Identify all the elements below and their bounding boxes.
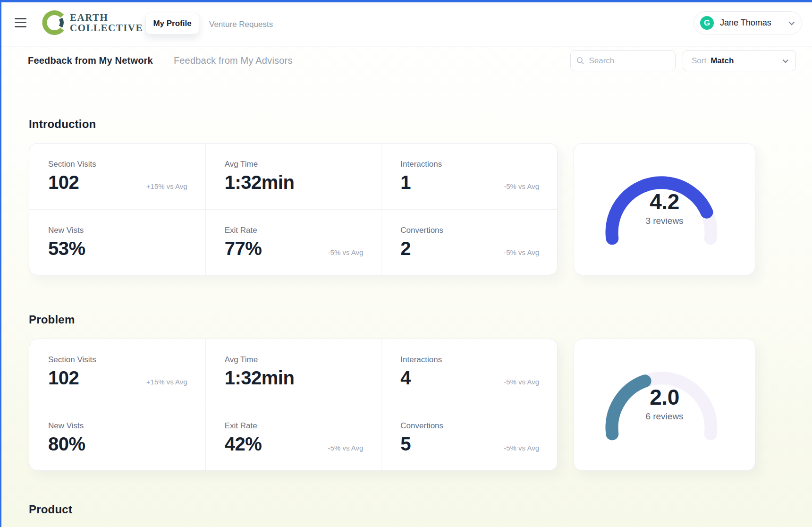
- metric-delta: -5% vs Avg: [504, 182, 539, 190]
- rating-score: 4.2: [574, 189, 755, 214]
- sort-label: Sort: [692, 56, 706, 66]
- user-name: Jane Thomas: [720, 18, 789, 28]
- metric-label: Exit Rate: [225, 421, 364, 431]
- metric-label: Avg Time: [225, 160, 364, 169]
- metric-label: Avg Time: [225, 355, 364, 365]
- user-menu[interactable]: G Jane Thomas: [694, 11, 802, 34]
- metric-delta: -5% vs Avg: [504, 378, 539, 386]
- metric-label: Convertions: [400, 421, 539, 431]
- section-problem: Problem Section Visits 102 +15% vs Avg A…: [29, 313, 786, 326]
- hamburger-menu-icon[interactable]: [15, 18, 26, 27]
- metric-delta: -5% vs Avg: [504, 248, 539, 256]
- venture-requests-link[interactable]: Venture Requests: [209, 2, 273, 46]
- metric-value: 1:32min: [225, 172, 295, 193]
- metric-convertions: Convertions 5 -5% vs Avg: [381, 405, 557, 470]
- metric-label: Convertions: [400, 226, 539, 235]
- metric-value: 42%: [225, 434, 262, 455]
- metric-label: Interactions: [400, 160, 539, 169]
- rating-gauge-card: 2.0 6 reviews: [574, 339, 755, 471]
- user-avatar: G: [700, 16, 714, 30]
- section-title: Problem: [29, 313, 786, 326]
- section-introduction: Introduction Section Visits 102 +15% vs …: [29, 118, 786, 131]
- sort-value: Match: [710, 56, 783, 66]
- metric-label: Interactions: [400, 355, 539, 365]
- metrics-card: Section Visits 102 +15% vs Avg Avg Time …: [29, 143, 558, 275]
- top-header: EARTH COLLECTIVE My Profile Venture Requ…: [1, 2, 812, 46]
- metric-label: Section Visits: [48, 160, 187, 169]
- my-profile-button[interactable]: My Profile: [145, 13, 199, 34]
- metric-interactions: Interactions 1 -5% vs Avg: [381, 144, 557, 209]
- metric-label: Section Visits: [48, 355, 187, 365]
- metric-section-visits: Section Visits 102 +15% vs Avg: [29, 144, 205, 209]
- metric-new-vists: New Vists 80%: [29, 405, 205, 470]
- metric-delta: +15% vs Avg: [146, 182, 187, 190]
- metric-value: 102: [48, 367, 79, 389]
- metric-delta: -5% vs Avg: [328, 248, 364, 256]
- metric-exit-rate: Exit Rate 77% -5% vs Avg: [205, 209, 381, 275]
- metric-section-visits: Section Visits 102 +15% vs Avg: [29, 339, 205, 405]
- metric-avg-time: Avg Time 1:32min: [205, 339, 381, 405]
- sort-dropdown[interactable]: Sort Match: [683, 50, 796, 71]
- rating-score: 2.0: [574, 384, 755, 410]
- metric-exit-rate: Exit Rate 42% -5% vs Avg: [205, 405, 381, 470]
- rating-reviews: 6 reviews: [574, 411, 755, 422]
- metric-label: New Vists: [48, 421, 187, 431]
- logo-wordmark: EARTH COLLECTIVE: [70, 12, 143, 33]
- rating-reviews: 3 reviews: [574, 216, 755, 226]
- feedback-tabs: Feedback from My Network Feedback from M…: [28, 50, 293, 71]
- section-title: Introduction: [29, 118, 786, 131]
- metrics-card: Section Visits 102 +15% vs Avg Avg Time …: [29, 339, 558, 471]
- logo-mark-icon: [42, 10, 66, 35]
- metric-value: 53%: [48, 238, 85, 259]
- metric-value: 77%: [225, 238, 262, 259]
- metric-value: 102: [48, 172, 79, 193]
- tab-feedback-network[interactable]: Feedback from My Network: [28, 55, 153, 66]
- metric-interactions: Interactions 4 -5% vs Avg: [381, 339, 557, 405]
- metric-value: 4: [400, 367, 411, 389]
- earth-collective-logo: EARTH COLLECTIVE: [42, 10, 143, 35]
- metric-label: Exit Rate: [225, 226, 364, 235]
- metric-convertions: Convertions 2 -5% vs Avg: [381, 209, 557, 275]
- metric-delta: -5% vs Avg: [328, 444, 364, 452]
- metric-value: 1:32min: [225, 367, 295, 389]
- search-icon: [576, 56, 584, 65]
- chevron-down-icon: [783, 57, 789, 63]
- metric-value: 2: [400, 238, 411, 259]
- metric-delta: +15% vs Avg: [146, 378, 187, 386]
- rating-gauge-card: 4.2 3 reviews: [574, 143, 755, 275]
- metric-new-vists: New Vists 53%: [29, 209, 205, 275]
- search-input[interactable]: [589, 56, 669, 66]
- chevron-down-icon: [789, 19, 795, 26]
- metric-value: 80%: [48, 434, 85, 455]
- tab-feedback-advisors[interactable]: Feedback from My Advisors: [174, 55, 293, 66]
- section-product: Product: [29, 503, 786, 516]
- search-box[interactable]: [570, 50, 676, 71]
- metric-value: 1: [400, 172, 411, 193]
- metric-delta: -5% vs Avg: [504, 444, 539, 452]
- metric-label: New Vists: [48, 226, 187, 235]
- app-window: EARTH COLLECTIVE My Profile Venture Requ…: [0, 0, 812, 527]
- section-title: Product: [29, 503, 786, 516]
- metric-value: 5: [400, 434, 411, 455]
- metric-avg-time: Avg Time 1:32min: [205, 144, 381, 209]
